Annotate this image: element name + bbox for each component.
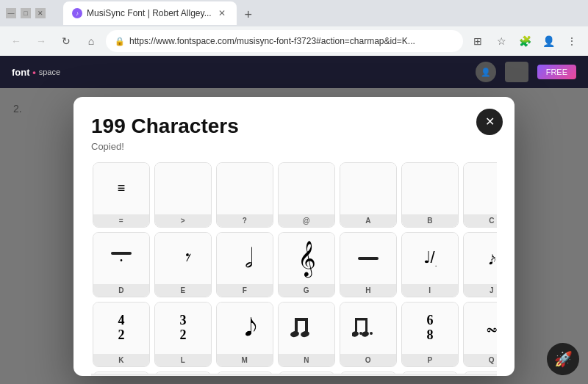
home-button[interactable]: ⌂ bbox=[81, 31, 101, 51]
tab-favicon: ♪ bbox=[72, 8, 82, 18]
page-background: font • space 👤 FREE 2. ✕ 199 Characters … bbox=[0, 56, 588, 384]
char-preview bbox=[93, 372, 149, 374]
browser-actions: ⊞ ☆ 🧩 👤 ⋮ bbox=[467, 31, 582, 51]
char-preview bbox=[279, 303, 334, 354]
horizontal-scrollbar[interactable]: ◀ ▶ bbox=[91, 374, 497, 376]
logo-area: font • space bbox=[12, 67, 60, 78]
char-label: C bbox=[464, 214, 497, 227]
modal-close-button[interactable]: ✕ bbox=[476, 109, 503, 135]
char-card-X[interactable]: X bbox=[463, 372, 497, 374]
char-card-N[interactable]: N bbox=[278, 302, 335, 367]
char-card-M[interactable]: 𝅘𝅥𝅮𝅘𝅥𝅮 M bbox=[216, 302, 273, 367]
char-preview: 4 2 bbox=[93, 303, 149, 354]
free-button[interactable]: FREE bbox=[537, 65, 576, 79]
char-label: O bbox=[340, 354, 396, 366]
char-preview: 𝆔 bbox=[464, 233, 497, 284]
bookmark-icon[interactable]: ☆ bbox=[491, 31, 512, 51]
char-preview: 6 8 bbox=[402, 303, 458, 354]
tab-bar: ♪ MusiSync Font | Robert Allgey... ✕ + bbox=[57, 1, 265, 25]
char-card-T[interactable]: T bbox=[216, 372, 273, 374]
char-card-H[interactable]: H bbox=[340, 232, 397, 297]
char-card-V[interactable]: V bbox=[340, 372, 397, 374]
header-thumbnail bbox=[505, 62, 528, 82]
char-card-D[interactable]: • D bbox=[93, 232, 150, 297]
char-card-I[interactable]: ♩/. I bbox=[401, 232, 459, 297]
char-preview bbox=[279, 372, 334, 374]
window-controls: — □ ✕ bbox=[6, 8, 46, 18]
char-card-O[interactable]: O bbox=[340, 302, 397, 367]
translate-icon[interactable]: ⊞ bbox=[467, 31, 488, 51]
logo-sub: space bbox=[39, 68, 60, 76]
lock-icon: 🔒 bbox=[115, 37, 125, 46]
char-preview: 𝄾 bbox=[155, 233, 211, 284]
char-label: M bbox=[217, 354, 273, 366]
time-sig-P: 6 8 bbox=[427, 314, 434, 343]
char-label: G bbox=[279, 284, 334, 297]
char-preview: 𝅗𝅥 bbox=[217, 233, 273, 284]
char-card-B[interactable]: B bbox=[401, 162, 459, 228]
char-card-R[interactable]: R bbox=[93, 372, 150, 374]
url-bar-container[interactable]: 🔒 https://www.fontspace.com/musisync-fon… bbox=[106, 30, 463, 52]
new-tab-button[interactable]: + bbox=[238, 4, 259, 25]
character-grid-scroll[interactable]: ≡ = > ? bbox=[91, 161, 497, 374]
char-label: D bbox=[93, 284, 149, 297]
active-tab[interactable]: ♪ MusiSync Font | Robert Allgey... ✕ bbox=[63, 1, 237, 25]
char-card-U[interactable]: U bbox=[278, 372, 335, 374]
maximize-button[interactable]: □ bbox=[21, 8, 31, 18]
extensions-icon[interactable]: 🧩 bbox=[514, 31, 535, 51]
char-label: I bbox=[402, 284, 458, 297]
tab-close-button[interactable]: ✕ bbox=[216, 7, 228, 19]
label-row-1: ≡ = > ? bbox=[91, 161, 497, 229]
char-card-G[interactable]: 𝄞 G bbox=[278, 232, 335, 297]
label-row-2: • D 𝄾 E bbox=[91, 231, 497, 299]
char-preview: • bbox=[93, 233, 149, 284]
profile-icon[interactable]: 👤 bbox=[538, 31, 559, 51]
char-card-F[interactable]: 𝅗𝅥 F bbox=[216, 232, 273, 297]
char-preview: 𝅘𝅥𝅮𝅘𝅥𝅮 bbox=[217, 303, 273, 354]
reload-button[interactable]: ↻ bbox=[56, 31, 76, 51]
char-card-C[interactable]: C bbox=[463, 162, 497, 228]
rocket-button[interactable]: 🚀 bbox=[547, 343, 579, 375]
svg-rect-11 bbox=[355, 318, 368, 321]
char-card-gt[interactable]: > bbox=[154, 162, 212, 228]
char-card-J[interactable]: 𝆔 J bbox=[463, 232, 497, 297]
address-bar: ← → ↻ ⌂ 🔒 https://www.fontspace.com/musi… bbox=[0, 26, 588, 56]
char-label: H bbox=[340, 284, 396, 297]
modal-overlay: ✕ 199 Characters Copied! ≡ = bbox=[0, 88, 588, 384]
char-label: B bbox=[402, 214, 458, 227]
char-preview: ♩/. bbox=[402, 233, 458, 284]
tab-title: MusiSync Font | Robert Allgey... bbox=[87, 8, 212, 18]
char-label: = bbox=[93, 214, 149, 227]
char-card-A[interactable]: A bbox=[340, 162, 397, 228]
logo-text: font • bbox=[12, 67, 36, 78]
char-label: K bbox=[93, 354, 149, 366]
char-card-E[interactable]: 𝄾 E bbox=[154, 232, 212, 297]
rocket-icon: 🚀 bbox=[554, 350, 573, 368]
char-card-W[interactable]: W bbox=[401, 372, 459, 374]
char-card-L[interactable]: 3 2 L bbox=[154, 302, 212, 367]
char-card-P[interactable]: 6 8 P bbox=[401, 302, 459, 367]
scroll-right-button[interactable]: ▶ bbox=[482, 375, 494, 376]
close-window-button[interactable]: ✕ bbox=[35, 8, 46, 18]
char-preview bbox=[155, 163, 211, 214]
minimize-button[interactable]: — bbox=[6, 8, 16, 18]
svg-point-1 bbox=[290, 330, 300, 338]
char-card-equals[interactable]: ≡ = bbox=[93, 162, 150, 228]
menu-icon[interactable]: ⋮ bbox=[562, 31, 582, 51]
char-card-Q[interactable]: 𝆗 Q bbox=[463, 302, 497, 367]
char-card-at[interactable]: @ bbox=[278, 162, 335, 228]
char-preview bbox=[217, 372, 273, 374]
char-preview bbox=[155, 372, 211, 374]
back-button[interactable]: ← bbox=[6, 31, 26, 51]
char-card-question[interactable]: ? bbox=[216, 162, 273, 228]
char-card-K[interactable]: 4 2 K bbox=[93, 302, 150, 367]
svg-rect-4 bbox=[295, 318, 308, 321]
scroll-left-button[interactable]: ◀ bbox=[94, 375, 106, 376]
char-label: @ bbox=[279, 214, 334, 227]
logo-dot: • bbox=[32, 67, 36, 78]
label-row-3: 4 2 K 3 bbox=[91, 300, 497, 369]
char-label: L bbox=[155, 354, 211, 366]
char-preview bbox=[340, 233, 396, 284]
forward-button[interactable]: → bbox=[31, 31, 51, 51]
char-card-S[interactable]: S bbox=[154, 372, 212, 374]
